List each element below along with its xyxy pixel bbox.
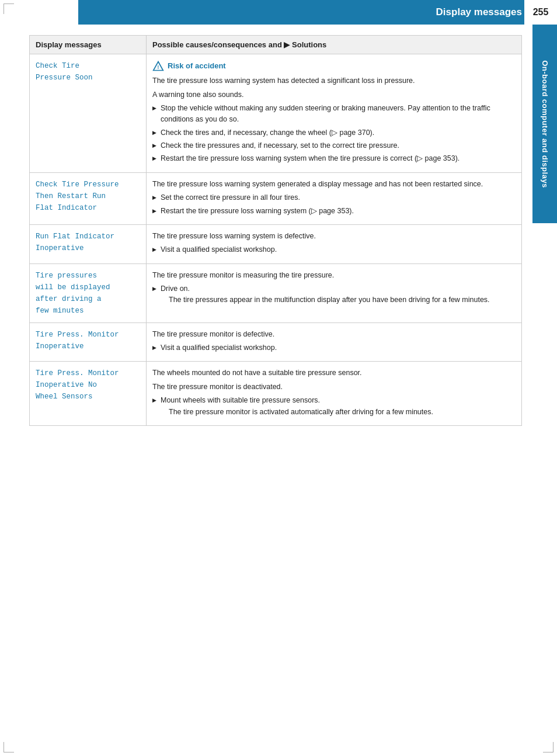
side-tab-label: On-board computer and displays [541, 60, 549, 188]
table-row-causes-2: The tire pressure loss warning system is… [147, 224, 522, 263]
bullet-item-2-0: Visit a qualified specialist workshop. [152, 244, 516, 255]
bullet-item-3-0: Drive on.The tire pressures appear in th… [152, 283, 516, 306]
table-row-display-4: Tire Press. Monitor Inoperative [30, 322, 147, 362]
risk-label-0: Risk of accident [168, 60, 226, 72]
body-para-0: The tire pressure loss warning system ha… [152, 75, 516, 86]
bullet-item-5-0: Mount wheels with suitable tire pressure… [152, 395, 516, 418]
header-bar: Display messages 255 [78, 0, 557, 25]
display-message-text-5: Tire Press. Monitor Inoperative No Wheel… [36, 369, 119, 401]
display-messages-table: Display messages Possible causes/consequ… [29, 35, 522, 426]
corner-mark-bl [4, 742, 14, 752]
corner-mark-tl [4, 4, 14, 14]
table-row-display-3: Tire pressures will be displayed after d… [30, 263, 147, 322]
bullet-list-2: Visit a qualified specialist workshop. [152, 244, 516, 255]
header-title: Display messages [436, 6, 522, 18]
bullet-item-1-0: Set the correct tire pressure in all fou… [152, 192, 516, 203]
bullet-sub-3-0: The tire pressures appear in the multifu… [161, 294, 516, 306]
body-para-1: The tire pressure loss warning system ge… [152, 179, 516, 190]
bullet-item-0-1: Check the tires and, if necessary, chang… [152, 127, 516, 138]
bullet-list-4: Visit a qualified specialist workshop. [152, 342, 516, 353]
display-message-text-3: Tire pressures will be displayed after d… [36, 272, 110, 315]
svg-text:!: ! [158, 64, 159, 70]
body-para-4: The tire pressure monitor is defective. [152, 329, 516, 340]
col-header-display: Display messages [30, 36, 147, 54]
main-content: Display messages Possible causes/consequ… [29, 35, 522, 449]
body-para-2: The tire pressure loss warning system is… [152, 231, 516, 242]
corner-mark-br [543, 742, 553, 752]
warning-icon: ! [152, 60, 164, 72]
bullet-list-5: Mount wheels with suitable tire pressure… [152, 395, 516, 418]
table-row-display-5: Tire Press. Monitor Inoperative No Wheel… [30, 362, 147, 426]
display-message-text-4: Tire Press. Monitor Inoperative [36, 331, 119, 351]
body-para-3: The tire pressure monitor is measuring t… [152, 270, 516, 281]
bullet-list-0: Stop the vehicle without making any sudd… [152, 103, 516, 165]
bullet-item-0-3: Restart the tire pressure loss warning s… [152, 153, 516, 164]
bullet-sub-5-0: The tire pressure monitor is activated a… [161, 407, 516, 418]
bullet-item-1-1: Restart the tire pressure loss warning s… [152, 206, 516, 217]
bullet-item-0-0: Stop the vehicle without making any sudd… [152, 103, 516, 126]
bullet-list-3: Drive on.The tire pressures appear in th… [152, 283, 516, 306]
page-number: 255 [523, 0, 557, 25]
bullet-item-4-0: Visit a qualified specialist workshop. [152, 342, 516, 353]
table-row-causes-3: The tire pressure monitor is measuring t… [147, 263, 522, 322]
display-message-text-2: Run Flat Indicator Inoperative [36, 233, 114, 252]
table-row-causes-1: The tire pressure loss warning system ge… [147, 172, 522, 224]
table-row-display-2: Run Flat Indicator Inoperative [30, 224, 147, 263]
side-tab: On-board computer and displays [532, 25, 557, 223]
table-row-causes-0: !Risk of accidentThe tire pressure loss … [147, 54, 522, 173]
col-header-causes: Possible causes/consequences and ▶ Solut… [147, 36, 522, 54]
body-para-5: The tire pressure monitor is deactivated… [152, 382, 516, 393]
table-row-display-1: Check Tire Pressure Then Restart Run Fla… [30, 172, 147, 224]
body-para-0: A warning tone also sounds. [152, 89, 516, 100]
table-row-display-0: Check Tire Pressure Soon [30, 54, 147, 173]
display-message-text-0: Check Tire Pressure Soon [36, 62, 93, 82]
bullet-list-1: Set the correct tire pressure in all fou… [152, 192, 516, 217]
display-message-text-1: Check Tire Pressure Then Restart Run Fla… [36, 181, 119, 212]
risk-header-0: !Risk of accident [152, 60, 516, 72]
body-para-5: The wheels mounted do not have a suitabl… [152, 367, 516, 379]
bullet-item-0-2: Check the tire pressures and, if necessa… [152, 140, 516, 151]
table-row-causes-4: The tire pressure monitor is defective.V… [147, 322, 522, 362]
table-row-causes-5: The wheels mounted do not have a suitabl… [147, 362, 522, 426]
